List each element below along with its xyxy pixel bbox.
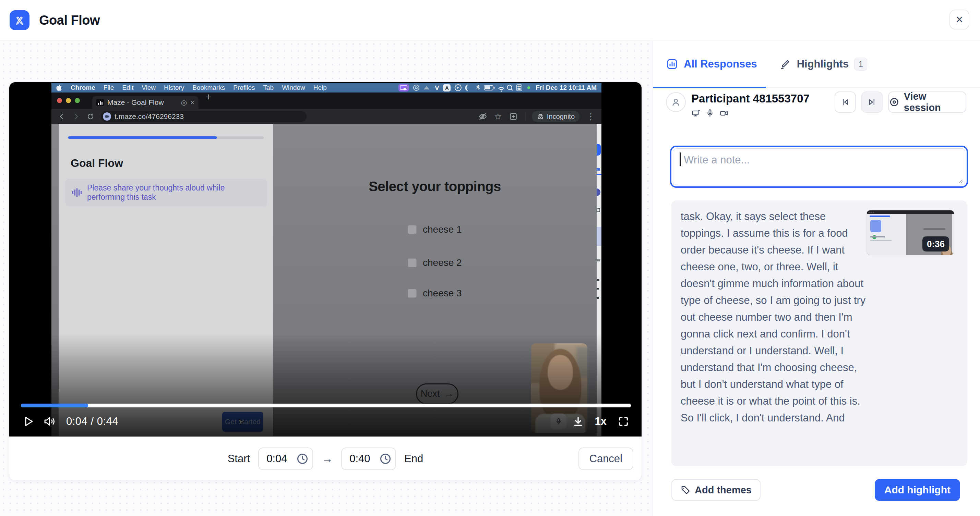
view-session-button[interactable]: View session — [888, 92, 966, 113]
browser-menu-icon[interactable]: ⋮ — [586, 111, 595, 122]
start-time-value[interactable]: 0:04 — [266, 452, 293, 465]
participant-avatar — [666, 92, 686, 112]
menu-view[interactable]: View — [142, 84, 156, 92]
menubar-app-name[interactable]: Chrome — [71, 84, 95, 92]
window-traffic-lights[interactable] — [57, 98, 80, 103]
stage-background: Chrome File Edit View History Bookmarks … — [0, 41, 652, 516]
highlights-count-badge: 1 — [854, 57, 867, 71]
add-highlight-label: Add highlight — [885, 484, 950, 496]
screen-share-icon — [691, 109, 700, 118]
mac-menubar: Chrome File Edit View History Bookmarks … — [51, 83, 601, 92]
header: Goal Flow × — [0, 0, 980, 40]
mission-logo — [10, 10, 30, 30]
menu-window[interactable]: Window — [282, 84, 305, 92]
thumbnail-timestamp: 0:36 — [923, 237, 949, 251]
browser-tab[interactable]: Maze - Goal Flow ◎ × — [92, 96, 199, 109]
maze-goal-flow-window: Goal Flow × Chrome File Edit View — [0, 0, 980, 516]
tab-all-responses[interactable]: All Responses — [666, 58, 757, 70]
topping-option-2[interactable]: cheese 2 — [408, 257, 462, 268]
bookmark-star-icon[interactable]: ☆ — [494, 111, 502, 122]
minimize-window-light[interactable] — [66, 98, 71, 103]
close-button[interactable]: × — [950, 10, 969, 29]
close-icon: × — [956, 12, 963, 27]
tab-close-icon[interactable]: × — [190, 99, 194, 106]
add-highlight-button[interactable]: Add highlight — [875, 479, 960, 501]
download-button[interactable] — [572, 416, 584, 427]
chrome-toolbar: t.maze.co/476296233 ☆ Incognito ⋮ — [51, 109, 601, 124]
transcript-text[interactable]: task. Okay, it says select these topping… — [681, 208, 867, 426]
clock-icon[interactable] — [296, 452, 309, 465]
panel-tabs: All Responses Highlights 1 — [653, 41, 980, 88]
start-time-input[interactable]: 0:04 — [258, 448, 313, 470]
playback-time: 0:04 / 0:44 — [66, 415, 118, 428]
checkbox-icon[interactable] — [408, 289, 417, 298]
zoom-window-light[interactable] — [75, 98, 80, 103]
toolbar-divider — [525, 113, 525, 121]
forward-icon[interactable] — [72, 113, 80, 121]
page-title: Goal Flow — [39, 13, 100, 27]
save-group-icon[interactable] — [509, 112, 518, 121]
tag-icon — [680, 485, 690, 495]
tab-recording-icon: ◎ — [181, 98, 187, 106]
play-button[interactable] — [23, 415, 34, 428]
session-video[interactable]: Chrome File Edit View History Bookmarks … — [9, 82, 641, 437]
mission-title: Goal Flow — [71, 157, 123, 170]
tab-label: All Responses — [684, 58, 757, 70]
start-label: Start — [228, 452, 250, 465]
menu-edit[interactable]: Edit — [122, 84, 134, 92]
text-caret — [679, 152, 681, 166]
menu-profiles[interactable]: Profiles — [233, 84, 255, 92]
menubar-clock: Fri Dec 12 10:11 AM — [536, 84, 597, 92]
address-bar[interactable]: t.maze.co/476296233 — [101, 111, 307, 122]
mission-progress-track — [68, 137, 264, 139]
menubar-status-icons: V A — [398, 83, 522, 92]
trim-bar: Start 0:04 → 0:40 End Cancel — [9, 437, 641, 481]
maze-favicon — [96, 99, 104, 106]
highlighter-icon — [780, 58, 791, 70]
reload-icon[interactable] — [86, 113, 95, 121]
end-time-input[interactable]: 0:40 — [341, 448, 396, 470]
menu-tab[interactable]: Tab — [263, 84, 274, 92]
prompt-text: Please share your thoughts aloud while p… — [87, 183, 260, 202]
waveform-icon — [72, 188, 82, 197]
transcript-card: task. Okay, it says select these topping… — [671, 200, 967, 466]
topping-option-3[interactable]: cheese 3 — [408, 288, 462, 299]
incognito-icon — [537, 113, 544, 120]
think-aloud-prompt: Please share your thoughts aloud while p… — [65, 179, 267, 206]
add-themes-button[interactable]: Add themes — [671, 479, 760, 501]
moment-thumbnail[interactable]: 0:36 — [867, 210, 954, 255]
previous-participant-button[interactable] — [835, 92, 856, 113]
menu-help[interactable]: Help — [313, 84, 327, 92]
end-time-value[interactable]: 0:40 — [349, 452, 375, 465]
video-player-card: Chrome File Edit View History Bookmarks … — [9, 82, 642, 481]
next-participant-button[interactable] — [861, 92, 883, 113]
status-dot — [527, 86, 530, 89]
playback-speed[interactable]: 1x — [595, 415, 606, 428]
chrome-tabstrip: Maze - Goal Flow ◎ × + — [51, 92, 601, 109]
responses-panel: All Responses Highlights 1 Participant 4… — [652, 41, 980, 516]
checkbox-icon[interactable] — [408, 225, 417, 234]
topping-option-1[interactable]: cheese 1 — [408, 224, 462, 235]
menu-history[interactable]: History — [164, 84, 184, 92]
menu-file[interactable]: File — [103, 84, 114, 92]
bar-chart-icon — [666, 58, 678, 70]
volume-button[interactable] — [43, 416, 57, 427]
checkbox-icon[interactable] — [408, 258, 417, 267]
thumbnail-mission-panel — [867, 214, 906, 255]
tab-title: Maze - Goal Flow — [107, 98, 178, 106]
clock-icon[interactable] — [379, 452, 392, 465]
close-window-light[interactable] — [57, 98, 62, 103]
cancel-button[interactable]: Cancel — [579, 448, 634, 470]
skip-next-icon — [867, 97, 877, 107]
video-progress-bar[interactable] — [21, 403, 631, 407]
svg-text:V: V — [435, 84, 439, 92]
new-tab-button[interactable]: + — [205, 91, 212, 103]
menu-bookmarks[interactable]: Bookmarks — [192, 84, 225, 92]
fullscreen-button[interactable] — [617, 416, 629, 427]
tab-highlights[interactable]: Highlights 1 — [780, 57, 867, 71]
resize-handle-icon[interactable] — [958, 179, 963, 184]
note-input[interactable] — [673, 149, 964, 184]
participant-name: Participant 481553707 — [691, 92, 810, 105]
eye-off-icon[interactable] — [478, 112, 487, 121]
back-icon[interactable] — [57, 113, 66, 121]
